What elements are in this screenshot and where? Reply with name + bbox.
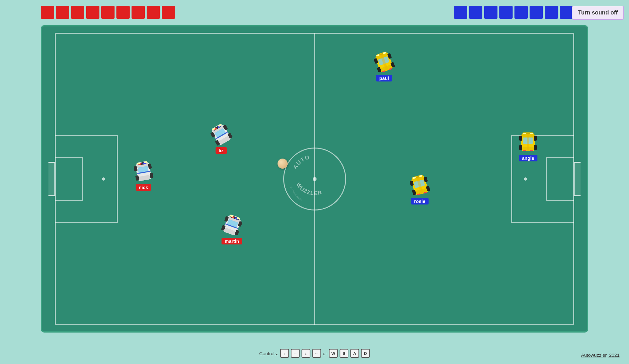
center-dot xyxy=(313,177,317,181)
svg-rect-69 xyxy=(534,136,537,141)
player-martin: martin xyxy=(222,214,242,244)
player-label-martin: martin xyxy=(222,238,242,244)
blue-score-block xyxy=(454,6,467,19)
red-score-block xyxy=(56,6,69,19)
red-score-block xyxy=(147,6,160,19)
red-score-block xyxy=(71,6,84,19)
player-rosie: rosie xyxy=(410,174,429,204)
blue-score-block xyxy=(499,6,513,19)
player-label-nick: nick xyxy=(136,184,151,191)
svg-rect-70 xyxy=(519,145,522,150)
key-right: → xyxy=(291,349,300,358)
player-nick: nick xyxy=(134,160,153,191)
svg-rect-68 xyxy=(519,136,522,141)
svg-rect-74 xyxy=(523,150,526,151)
blue-score-block xyxy=(469,6,482,19)
blue-score-blocks xyxy=(454,6,588,19)
blue-score-block xyxy=(545,6,558,19)
score-area xyxy=(0,6,629,19)
blue-score-block xyxy=(484,6,497,19)
red-score-block xyxy=(162,6,175,19)
player-label-paul: paul xyxy=(376,75,392,81)
blue-score-block xyxy=(530,6,543,19)
blue-score-block xyxy=(514,6,528,19)
field-markings: AUTO WUZZLER @AUTOWUZZLER xyxy=(42,26,587,331)
red-score-block xyxy=(101,6,115,19)
svg-rect-73 xyxy=(530,133,533,134)
player-label-angie: angie xyxy=(519,155,537,161)
key-down: ↓ xyxy=(301,349,310,358)
red-score-blocks xyxy=(41,6,175,19)
key-up: ↑ xyxy=(280,349,289,358)
controls-or: or xyxy=(323,351,327,356)
red-score-block xyxy=(116,6,130,19)
goal-right xyxy=(574,162,581,196)
key-s: S xyxy=(340,349,348,358)
penalty-spot-right xyxy=(524,177,527,181)
game-ball xyxy=(278,159,288,169)
player-angie: angie xyxy=(519,131,537,161)
controls-label: Controls: xyxy=(259,351,278,356)
penalty-spot-left xyxy=(102,177,105,181)
blue-score-block xyxy=(560,6,573,19)
key-left: ← xyxy=(312,349,321,358)
key-w: W xyxy=(329,349,338,358)
soccer-field: AUTO WUZZLER @AUTOWUZZLER xyxy=(41,25,588,333)
controls-bar: Controls: ↑ → ↓ ← or W S A D xyxy=(259,349,370,358)
player-liz: liz xyxy=(212,123,231,154)
player-paul: paul xyxy=(375,51,394,81)
red-score-block xyxy=(41,6,54,19)
key-a: A xyxy=(350,349,359,358)
credit-text[interactable]: Autowuzzler, 2021 xyxy=(581,352,620,358)
red-score-block xyxy=(132,6,145,19)
svg-rect-71 xyxy=(534,145,537,150)
svg-rect-75 xyxy=(530,150,533,151)
red-score-block xyxy=(86,6,99,19)
field-surface: AUTO WUZZLER @AUTOWUZZLER xyxy=(42,26,587,331)
key-d: D xyxy=(361,349,370,358)
goal-area-left xyxy=(55,157,83,201)
svg-rect-72 xyxy=(523,133,526,134)
turn-sound-button[interactable]: Turn sound off xyxy=(572,6,624,20)
svg-rect-67 xyxy=(527,134,529,151)
goal-area-right xyxy=(546,157,574,201)
goal-left xyxy=(48,162,55,196)
